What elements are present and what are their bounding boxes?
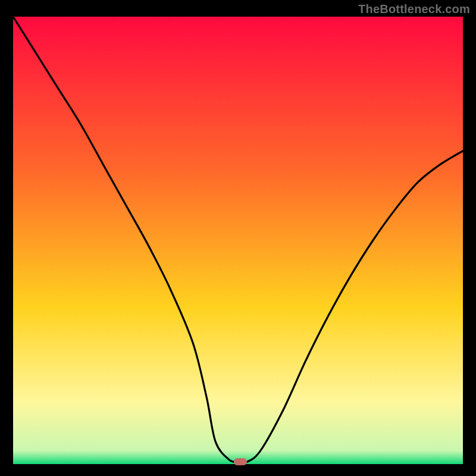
optimal-marker (234, 458, 247, 465)
plot-svg (13, 17, 463, 464)
chart-stage: TheBottleneck.com (0, 0, 476, 476)
watermark-text: TheBottleneck.com (358, 2, 470, 16)
gradient-background (13, 17, 463, 464)
plot-area (13, 17, 463, 464)
